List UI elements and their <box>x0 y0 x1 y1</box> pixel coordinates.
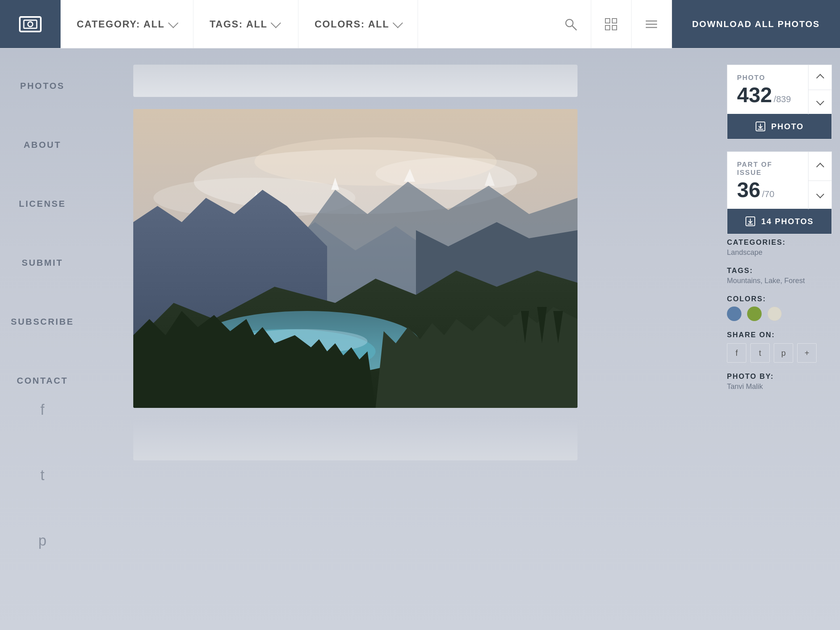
photo-by-key: PHOTO BY: <box>727 372 832 381</box>
colors-key: COLORS: <box>727 295 832 303</box>
photo-by-section: PHOTO BY: Tanvi Malik <box>727 372 832 391</box>
colors-filter[interactable]: COLORS: ALL <box>298 0 418 48</box>
colors-row: COLORS: <box>727 295 832 321</box>
svg-rect-6 <box>612 19 617 23</box>
issue-nav-arrows <box>808 152 832 209</box>
download-all-label: DOWNLOAD ALL PHOTOS <box>692 19 820 29</box>
photo-number: 432 /839 <box>737 84 798 105</box>
tags-row: TAGS: Mountains, Lake, Forest <box>727 267 832 285</box>
category-chevron-icon <box>168 18 178 28</box>
arrow-up-icon <box>816 74 824 82</box>
color-swatch-green[interactable] <box>747 307 762 321</box>
grid-icon <box>604 17 618 32</box>
photo-total: /839 <box>774 94 791 105</box>
facebook-icon[interactable]: f <box>40 401 44 418</box>
sidebar-nav: PHOTOS ABOUT LICENSE SUBMIT SUBSCRIBE CO… <box>11 81 74 386</box>
photo-by-value: Tanvi Malik <box>727 382 832 391</box>
twitter-icon[interactable]: t <box>40 467 44 484</box>
issue-prev-button[interactable] <box>808 152 832 181</box>
photo-card-label: PHOTO <box>737 74 798 82</box>
main-photo <box>133 109 578 408</box>
issue-arrow-up-icon <box>816 163 824 171</box>
issue-info-main: PART OF ISSUE 36 /70 <box>727 152 808 209</box>
tags-filter-label: TAGS: ALL <box>210 19 267 30</box>
logo[interactable] <box>0 0 61 48</box>
search-icon <box>563 17 578 32</box>
sidebar-item-contact[interactable]: CONTACT <box>17 376 68 386</box>
category-filter-label: CATEGORY: ALL <box>77 19 165 30</box>
issue-card-content: PART OF ISSUE 36 /70 <box>727 152 832 209</box>
svg-point-16 <box>254 137 497 186</box>
photo-next-button[interactable] <box>808 90 832 115</box>
photo-info-content: PHOTO 432 /839 <box>727 65 808 114</box>
color-swatches <box>727 307 832 321</box>
colors-filter-label: COLORS: ALL <box>315 19 389 30</box>
categories-value: Landscape <box>727 248 832 257</box>
photo-info-card: PHOTO 432 /839 <box>727 65 832 139</box>
tags-key: TAGS: <box>727 267 832 275</box>
sidebar: PHOTOS ABOUT LICENSE SUBMIT SUBSCRIBE CO… <box>0 48 85 630</box>
tags-value: Mountains, Lake, Forest <box>727 277 832 285</box>
issue-card-label: PART OF ISSUE <box>737 161 798 177</box>
list-icon <box>644 17 659 32</box>
sidebar-item-photos[interactable]: PHOTOS <box>20 81 65 91</box>
download-photo-button[interactable]: PHOTO <box>727 114 832 139</box>
landscape-image <box>133 109 578 408</box>
share-twitter-button[interactable]: t <box>750 343 770 363</box>
download-photo-label: PHOTO <box>771 122 804 131</box>
list-view-button[interactable] <box>632 0 672 48</box>
navbar-filters: CATEGORY: ALL TAGS: ALL COLORS: ALL <box>61 0 551 48</box>
navbar: CATEGORY: ALL TAGS: ALL COLORS: ALL <box>0 0 840 48</box>
download-photo-icon <box>755 121 766 132</box>
tags-filter[interactable]: TAGS: ALL <box>193 0 298 48</box>
photo-strip-bottom <box>133 420 578 460</box>
svg-point-2 <box>28 22 33 27</box>
right-panel: PHOTO 432 /839 <box>727 65 832 391</box>
svg-rect-0 <box>20 17 41 32</box>
pinterest-icon[interactable]: p <box>38 532 46 549</box>
download-issue-icon <box>745 216 756 227</box>
issue-info-card: PART OF ISSUE 36 /70 <box>727 151 832 234</box>
photo-nav-arrows <box>808 65 832 114</box>
navbar-icons <box>551 0 672 48</box>
sidebar-social: f t p <box>38 401 46 549</box>
color-swatch-blue[interactable] <box>727 307 741 321</box>
photo-number-value: 432 <box>737 84 772 105</box>
color-swatch-light[interactable] <box>767 307 782 321</box>
issue-arrow-down-icon <box>816 190 824 198</box>
tags-chevron-icon <box>271 18 281 28</box>
share-facebook-button[interactable]: f <box>727 343 746 363</box>
arrow-down-icon <box>816 97 824 105</box>
main-photo-container <box>133 109 578 408</box>
svg-line-4 <box>572 26 576 30</box>
share-buttons: f t p + <box>727 343 832 363</box>
download-issue-label: 14 PHOTOS <box>761 217 814 226</box>
sidebar-item-submit[interactable]: SUBMIT <box>22 258 63 268</box>
category-filter[interactable]: CATEGORY: ALL <box>61 0 193 48</box>
share-more-button[interactable]: + <box>797 343 817 363</box>
svg-rect-7 <box>605 25 610 30</box>
sidebar-item-subscribe[interactable]: SUBSCRIBE <box>11 317 74 327</box>
svg-rect-5 <box>605 19 610 23</box>
share-pinterest-button[interactable]: p <box>774 343 793 363</box>
issue-next-button[interactable] <box>808 181 832 210</box>
share-key: SHARE ON: <box>727 331 832 339</box>
colors-chevron-icon <box>393 18 403 28</box>
sidebar-item-about[interactable]: ABOUT <box>23 140 61 150</box>
photo-prev-button[interactable] <box>808 65 832 90</box>
download-all-button[interactable]: DOWNLOAD ALL PHOTOS <box>672 0 840 48</box>
metadata-section: CATEGORIES: Landscape TAGS: Mountains, L… <box>727 238 832 391</box>
share-row: SHARE ON: f t p + <box>727 331 832 363</box>
issue-number-value: 36 <box>737 179 760 200</box>
download-issue-button[interactable]: 14 PHOTOS <box>727 209 832 234</box>
svg-rect-8 <box>612 25 617 30</box>
grid-view-button[interactable] <box>591 0 632 48</box>
search-button[interactable] <box>551 0 591 48</box>
issue-number: 36 /70 <box>737 179 798 200</box>
categories-key: CATEGORIES: <box>727 238 832 247</box>
categories-row: CATEGORIES: Landscape <box>727 238 832 257</box>
photo-strip-top <box>133 65 578 97</box>
sidebar-item-license[interactable]: LICENSE <box>19 199 66 209</box>
issue-total: /70 <box>762 189 775 200</box>
